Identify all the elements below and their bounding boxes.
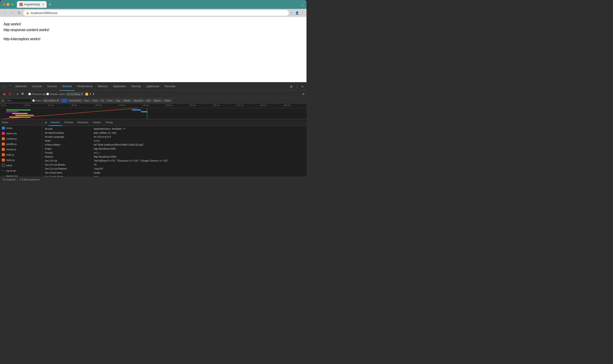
device-icon[interactable]: 📱 <box>7 84 13 89</box>
file-item-home[interactable]: □ home <box>0 125 42 131</box>
page-text-4: http-interceptors works! <box>3 36 303 42</box>
tab-sources[interactable]: Sources <box>44 82 60 91</box>
rd-tab-timing[interactable]: Timing <box>103 119 115 126</box>
file-icon-users-doc: □ <box>2 164 5 167</box>
rd-tab-response[interactable]: Response <box>75 119 91 126</box>
maximize-button[interactable] <box>11 3 13 6</box>
filter-img[interactable]: Img <box>114 99 121 102</box>
filter-font[interactable]: Font <box>106 99 114 102</box>
header-key-5: Origin: <box>45 147 94 150</box>
invert-checkbox-label[interactable]: Invert <box>32 99 41 102</box>
tab-close-button[interactable]: × <box>42 3 44 6</box>
header-row-9: Sec-Ch-Ua-Mobile:?0 <box>42 163 306 167</box>
new-tab-button[interactable]: + <box>48 2 53 7</box>
close-devtools-icon[interactable]: ✕ <box>300 84 305 89</box>
tick-260ms: 260 ms <box>283 104 306 108</box>
rd-tab-initiator[interactable]: Initiator <box>91 119 103 126</box>
header-row-8: Sec-Ch-Ua:"Not A(Brand";v="8", "Chromium… <box>42 159 306 163</box>
settings-icon[interactable]: ⚙ <box>289 84 294 89</box>
filter-fetch-xhr[interactable]: Fetch/XHR <box>67 99 83 102</box>
file-item-main-js[interactable]: ⊡ main.js <box>0 152 42 157</box>
tab-lighthouse[interactable]: Lighthouse <box>144 82 162 91</box>
invert-checkbox[interactable] <box>32 99 35 102</box>
tab-recorder[interactable]: Recorder <box>162 82 178 91</box>
file-item-users-doc[interactable]: □ users <box>0 163 42 168</box>
search-button[interactable]: 🔍 <box>20 92 26 96</box>
tab-expand-button[interactable]: ⌄ <box>301 2 304 7</box>
preserve-log-checkbox[interactable] <box>28 93 31 95</box>
tick-200ms: 200 ms <box>212 104 236 108</box>
filter-manifest[interactable]: Manifest <box>132 99 145 102</box>
disable-cache-label[interactable]: Disable cache <box>46 93 65 95</box>
tick-20ms: 20 ms <box>0 104 24 108</box>
file-item-ng-cli-ws[interactable]: ↔ ng-cli-ws <box>0 168 42 173</box>
header-val-1: gzip, deflate, br, zstd <box>94 131 116 134</box>
menu-button[interactable]: ⋮ <box>301 11 304 15</box>
header-row-5: Origin:http://localhost:4200 <box>42 147 306 151</box>
name-column-header: Name <box>2 121 8 124</box>
rd-close-button[interactable]: ✕ <box>43 120 48 125</box>
devtools-footer: 11 requests | 2.6 kB transferred <box>0 177 306 182</box>
tab-console[interactable]: Console <box>29 82 44 91</box>
file-item-styles-js[interactable]: ⊡ styles.js <box>0 157 42 163</box>
filter-js[interactable]: JS <box>99 99 106 102</box>
rd-content: Accept:application/json, text/plain, */*… <box>42 126 306 177</box>
filter-css[interactable]: CSS <box>91 99 99 102</box>
tab-favicon: A <box>20 3 23 6</box>
bookmark-button[interactable]: ☆ <box>291 11 293 15</box>
browser-tab[interactable]: A AngularStudy × <box>17 1 47 8</box>
filter-media[interactable]: Media <box>122 99 132 102</box>
filter-ws[interactable]: WS <box>145 99 152 102</box>
rd-tab-headers[interactable]: Headers <box>48 119 62 126</box>
upload-icon[interactable]: ⬆ <box>89 92 92 96</box>
more-filters-button[interactable]: More filters ▼ <box>42 99 60 102</box>
url-input-wrap[interactable]: 🔒 localhost:4200/home <box>23 10 289 16</box>
network-settings-icon[interactable]: ⚙ <box>302 92 305 96</box>
filter-icon[interactable]: ⊝ <box>15 92 20 96</box>
reload-button[interactable]: ↻ <box>17 11 22 15</box>
file-item-vendor-js[interactable]: ⊡ vendor.js <box>0 147 42 152</box>
devtools-actions: ⚙ ⋮ ✕ <box>289 84 305 89</box>
file-item-styles-css[interactable]: ⊡ styles.css <box>0 131 42 136</box>
tab-security[interactable]: Security <box>129 82 144 91</box>
header-key-7: Referer: <box>45 155 94 158</box>
minimize-button[interactable] <box>7 3 9 6</box>
file-icon-styles-js: ⊡ <box>2 158 5 162</box>
tab-network[interactable]: Network <box>60 82 75 91</box>
transferred-size: 2.6 kB transferred <box>20 178 39 181</box>
filter-all[interactable]: All <box>61 99 67 102</box>
file-item-polyfills-js[interactable]: ⊡ polyfills.js <box>0 141 42 147</box>
file-item-runtime-js[interactable]: ⊡ runtime.js <box>0 136 42 141</box>
tick-60ms: 60 ms <box>47 104 71 108</box>
url-actions: ☆ 👤 ⋮ <box>291 11 304 15</box>
wifi-icon[interactable]: 📶 <box>85 92 88 96</box>
close-button[interactable] <box>3 3 5 6</box>
disable-cache-checkbox[interactable] <box>46 93 49 95</box>
svg-rect-3 <box>15 115 34 116</box>
inspect-icon[interactable]: ⬚ <box>2 84 6 89</box>
download-icon[interactable]: ⬇ <box>93 92 95 96</box>
filter-doc[interactable]: Doc <box>83 99 91 102</box>
header-key-0: Accept: <box>45 127 94 130</box>
profile-button[interactable]: 👤 <box>295 11 299 15</box>
timeline-area: 20 ms 40 ms 60 ms 80 ms 100 ms 120 ms 14… <box>0 104 306 119</box>
record-button[interactable]: ⏺ <box>2 92 7 96</box>
tab-application[interactable]: Application <box>110 82 129 91</box>
tab-memory[interactable]: Memory <box>95 82 110 91</box>
preserve-log-label[interactable]: Preserve log <box>28 93 46 95</box>
tab-performance[interactable]: Performance <box>75 82 95 91</box>
forward-button[interactable]: → <box>10 11 15 15</box>
filter-input[interactable] <box>5 98 32 103</box>
rd-tab-preview[interactable]: Preview <box>62 119 75 126</box>
header-val-11: empty <box>94 171 100 174</box>
filter-wasm[interactable]: Wasm <box>153 99 163 102</box>
filter-other[interactable]: Other <box>163 99 172 102</box>
throttle-select[interactable]: No throttling ▼ <box>66 92 84 96</box>
tab-elements[interactable]: Elements <box>13 82 29 91</box>
header-key-10: Sec-Ch-Ua-Platform: <box>45 167 94 170</box>
file-item-favicon-ico[interactable]: A favicon.ico <box>0 173 42 177</box>
more-options-icon[interactable]: ⋮ <box>294 84 299 89</box>
devtools-panel: ⬚ 📱 Elements Console Sources Network Per… <box>0 82 306 182</box>
back-button[interactable]: ← <box>3 11 8 15</box>
clear-button[interactable]: 🚫 <box>8 92 13 96</box>
